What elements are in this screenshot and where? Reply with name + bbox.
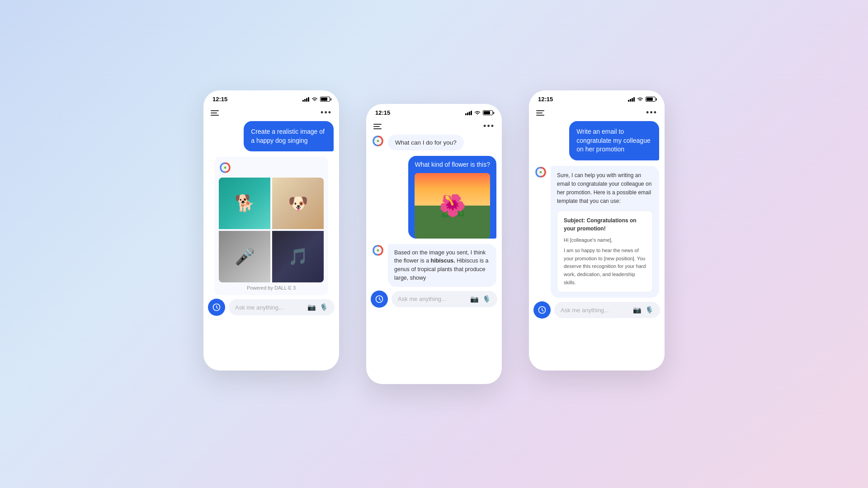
center-status-bar: 12:15 xyxy=(366,104,502,119)
menu-icon[interactable] xyxy=(211,110,219,116)
copilot-avatar xyxy=(372,244,384,257)
center-status-icons xyxy=(465,110,493,115)
svg-point-13 xyxy=(540,171,542,173)
mic-icon[interactable]: 🎙️ xyxy=(645,306,654,314)
left-time: 12:15 xyxy=(212,96,227,103)
wifi-icon xyxy=(311,97,318,102)
center-input-icons: 📷 🎙️ xyxy=(470,295,491,303)
hibiscus-response-text: Based on the image you sent, I think the… xyxy=(388,244,496,287)
hibiscus-bold: hibiscus. xyxy=(431,258,455,264)
ai-header xyxy=(219,161,324,174)
wifi-icon xyxy=(637,97,643,102)
center-input-field[interactable]: Ask me anything... 📷 🎙️ xyxy=(392,291,497,307)
center-user-bubble: What kind of flower is this? 🌺 xyxy=(408,156,496,239)
center-ai-response-bubble: Based on the image you sent, I think the… xyxy=(372,244,496,287)
right-phone: 12:15 ••• Write an email to congratulate… xyxy=(529,90,665,371)
right-ai-text: Sure, I can help you with writing an ema… xyxy=(551,166,659,298)
email-template-card: Subject: Congratulations on your promoti… xyxy=(557,211,653,293)
more-options-icon[interactable]: ••• xyxy=(483,122,495,131)
right-ai-bubble: Sure, I can help you with writing an ema… xyxy=(534,166,659,298)
more-options-icon[interactable]: ••• xyxy=(321,108,332,117)
left-input-icons: 📷 🎙️ xyxy=(307,303,328,311)
email-body: I am so happy to hear the news of your p… xyxy=(564,247,646,286)
menu-icon[interactable] xyxy=(536,110,544,116)
left-phone: 12:15 ••• Create a realistic image of a … xyxy=(203,90,339,371)
dog-image-grid: 🐕 🐶 🎤 🎵 xyxy=(219,178,324,282)
wifi-icon xyxy=(474,110,481,115)
ai-greeting-text: What can I do for you? xyxy=(388,135,464,150)
copilot-avatar xyxy=(534,166,547,178)
left-input-field[interactable]: Ask me anything... 📷 🎙️ xyxy=(229,299,335,315)
right-input-placeholder: Ask me anything... xyxy=(561,307,629,314)
center-input-bar: Ask me anything... 📷 🎙️ xyxy=(366,287,502,314)
left-status-icons xyxy=(302,97,330,102)
flower-image: 🌺 xyxy=(415,173,490,239)
signal-icon xyxy=(465,111,472,115)
flower-question-text: What kind of flower is this? xyxy=(415,160,490,173)
dog-image-4: 🎵 xyxy=(272,231,324,282)
center-phone: 12:15 ••• xyxy=(366,104,502,384)
signal-icon xyxy=(628,97,635,102)
svg-point-9 xyxy=(377,249,379,251)
left-status-bar: 12:15 xyxy=(203,90,339,105)
copilot-avatar xyxy=(219,161,231,174)
left-input-bar: Ask me anything... 📷 🎙️ xyxy=(203,295,339,322)
powered-by-text: Powered by DALL·E 3 xyxy=(219,285,324,291)
right-input-field[interactable]: Ask me anything... 📷 🎙️ xyxy=(554,302,660,318)
battery-icon xyxy=(483,110,493,115)
image-grid-card: 🐕 🐶 🎤 🎵 xyxy=(214,157,328,295)
center-ai-greeting-bubble: What can I do for you? xyxy=(372,135,496,150)
right-status-bar: 12:15 xyxy=(529,90,665,105)
dog-image-3: 🎤 xyxy=(219,231,270,282)
center-time: 12:15 xyxy=(375,109,390,116)
right-input-icons: 📷 🎙️ xyxy=(633,306,654,314)
left-nav-bar: ••• xyxy=(203,105,339,121)
menu-icon[interactable] xyxy=(373,124,382,129)
copilot-avatar xyxy=(372,135,384,147)
email-subject: Subject: Congratulations on your promoti… xyxy=(564,216,646,233)
right-chat-area: Write an email to congratulate my collea… xyxy=(529,121,665,298)
right-user-bubble: Write an email to congratulate my collea… xyxy=(569,121,659,160)
camera-icon[interactable]: 📷 xyxy=(470,295,479,303)
battery-icon xyxy=(646,97,656,102)
mic-icon[interactable]: 🎙️ xyxy=(320,303,328,311)
right-chat-btn[interactable] xyxy=(533,301,551,319)
svg-point-6 xyxy=(377,140,379,142)
left-input-placeholder: Ask me anything... xyxy=(235,304,304,311)
more-options-icon[interactable]: ••• xyxy=(646,108,657,117)
dog-image-1: 🐕 xyxy=(219,178,270,229)
svg-point-2 xyxy=(224,167,226,169)
left-chat-area: Create a realistic image of a happy dog … xyxy=(203,121,339,295)
ai-intro-text: Sure, I can help you with writing an ema… xyxy=(557,172,651,205)
camera-icon[interactable]: 📷 xyxy=(307,303,316,311)
left-user-bubble: Create a realistic image of a happy dog … xyxy=(244,121,334,151)
email-salutation: Hi [colleague's name], xyxy=(564,236,646,244)
center-input-placeholder: Ask me anything... xyxy=(398,296,467,302)
right-nav-bar: ••• xyxy=(529,105,665,121)
center-chat-btn[interactable] xyxy=(371,291,388,308)
left-chat-btn[interactable] xyxy=(208,299,225,316)
center-chat-area: What can I do for you? What kind of flow… xyxy=(366,135,502,287)
right-time: 12:15 xyxy=(538,96,553,103)
mic-icon[interactable]: 🎙️ xyxy=(482,295,491,303)
center-nav-bar: ••• xyxy=(366,119,502,135)
battery-icon xyxy=(320,97,330,102)
camera-icon[interactable]: 📷 xyxy=(633,306,642,314)
right-input-bar: Ask me anything... 📷 🎙️ xyxy=(529,298,665,325)
dog-image-2: 🐶 xyxy=(272,178,324,229)
right-status-icons xyxy=(628,97,656,102)
signal-icon xyxy=(302,97,309,102)
